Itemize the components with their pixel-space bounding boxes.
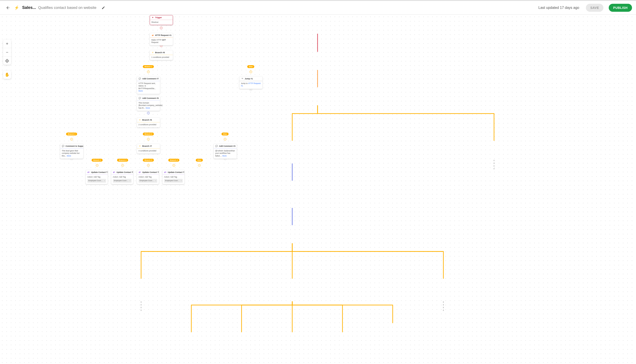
node-update-contact-tag-10[interactable]: 🏷Update Contact Tag #10 Action: Add Tag … bbox=[111, 170, 133, 184]
jump-icon: ↷ bbox=[241, 77, 244, 80]
branch-icon: ⑂ bbox=[139, 118, 141, 121]
node-title: Add Comment #7 bbox=[142, 78, 159, 80]
node-add-comment-3[interactable]: 💬Add Comment #3 @Ashwin Sadananthan your… bbox=[214, 144, 237, 159]
add-step-branch6-b2[interactable]: + bbox=[147, 138, 150, 140]
arrow-left-icon bbox=[6, 6, 10, 10]
tag-chip: Employee Count: 1001› bbox=[164, 179, 183, 182]
chevron-right-icon: › bbox=[181, 179, 182, 182]
chevron-right-icon: › bbox=[130, 179, 130, 182]
node-title: Jump #1 bbox=[245, 78, 253, 80]
node-http-request-1[interactable]: ⇄HTTP Request #1 Make HTTP GET Request bbox=[150, 33, 173, 46]
node-branch-7[interactable]: ⑂Branch #7 4 conditions provided bbox=[137, 144, 160, 154]
node-body: 1 conditions provided bbox=[150, 55, 173, 60]
node-title: Update Contact Tag #11 bbox=[142, 171, 159, 173]
add-step-branch7-b1[interactable]: + bbox=[96, 164, 99, 167]
node-title: Add Comment #3 bbox=[219, 145, 236, 147]
node-update-contact-tag-11[interactable]: 🏷Update Contact Tag #11 Action: Add Tag … bbox=[137, 170, 159, 184]
branch-icon: ⑂ bbox=[139, 145, 141, 148]
more-link[interactable]: More bbox=[146, 107, 150, 109]
pill-branch6-b2: Branch 2 bbox=[143, 132, 154, 136]
pill-branch6-b1: Branch 1 bbox=[66, 132, 77, 136]
page-title: Sales... Qualifies contact based on webs… bbox=[22, 5, 97, 10]
node-branch-6[interactable]: ⑂Branch #6 2 conditions provided bbox=[137, 118, 160, 128]
node-body: Jump to HTTP Request #1 bbox=[240, 81, 262, 89]
add-step-branch7-else[interactable]: + bbox=[198, 164, 201, 167]
workflow-canvas[interactable]: ✋ + + + + + + + + + + + + + + bbox=[0, 15, 636, 364]
tag-icon: 🏷 bbox=[139, 171, 141, 174]
comment-icon: 💬 bbox=[62, 145, 65, 148]
node-title: Branch #7 bbox=[142, 145, 152, 147]
add-step-branch7-b2[interactable]: + bbox=[121, 164, 124, 167]
tag-chip: Employee Count: 201-1› bbox=[139, 179, 157, 182]
node-add-comment-7[interactable]: 💬Add Comment #7 HTTP Request sent, statu… bbox=[137, 76, 160, 94]
more-link[interactable]: More bbox=[67, 155, 71, 157]
node-title: Branch #6 bbox=[142, 119, 152, 121]
node-title: Update Contact Tag #10 bbox=[117, 171, 133, 173]
rename-button[interactable] bbox=[101, 5, 106, 11]
comment-icon: 💬 bbox=[139, 97, 141, 100]
add-step-branch8-b1[interactable]: + bbox=[147, 70, 150, 73]
last-updated-label: Last updated 17 days ago bbox=[538, 6, 579, 10]
add-step-branch6-else[interactable]: + bbox=[224, 138, 226, 140]
node-update-contact-tag-9[interactable]: 🏷Update Contact Tag #9 Action: Add Tag E… bbox=[86, 170, 108, 184]
add-step-branch6-b1[interactable]: + bbox=[70, 138, 73, 140]
bolt-icon: ⚡ bbox=[14, 5, 19, 10]
chevron-right-icon: › bbox=[104, 179, 105, 182]
back-button[interactable] bbox=[5, 5, 11, 11]
node-title: Update Contact Tag #9 bbox=[91, 171, 108, 173]
tag-icon: 🏷 bbox=[164, 171, 167, 174]
workflow-subtitle: Qualifies contact based on website bbox=[38, 6, 97, 10]
tag-icon: 🏷 bbox=[87, 171, 90, 174]
add-step-branch7-b4[interactable]: + bbox=[173, 164, 175, 167]
node-body: This Domain ($contact.company_website) h… bbox=[137, 101, 160, 110]
node-add-comment-5[interactable]: 💬Add Comment #5 This Domain ($contact.co… bbox=[137, 96, 160, 111]
node-title: HTTP Request #1 bbox=[155, 34, 172, 36]
pan-toggle[interactable]: ✋ bbox=[3, 70, 11, 79]
node-jump-1[interactable]: ↷Jump #1 Jump to HTTP Request #1 bbox=[239, 76, 263, 89]
node-body: This lead gave their company website but… bbox=[60, 148, 83, 158]
node-comment-support[interactable]: 💬Comment to Support Te... This lead gave… bbox=[60, 144, 83, 159]
minus-icon bbox=[5, 50, 9, 54]
tag-icon: 🏷 bbox=[113, 171, 116, 174]
node-body: Action: Add Tag Employee Count: 51-20› bbox=[111, 175, 133, 184]
node-body: 2 conditions provided bbox=[137, 122, 160, 127]
add-step-branch7-b3[interactable]: + bbox=[147, 164, 150, 167]
workflow-title: Sales... bbox=[22, 5, 36, 10]
more-link[interactable]: More bbox=[139, 90, 143, 92]
chevron-right-icon: › bbox=[156, 179, 156, 182]
branch-icon: ⑂ bbox=[152, 51, 154, 54]
node-branch-8[interactable]: ⑂Branch #8 1 conditions provided bbox=[150, 50, 173, 60]
comment-icon: 💬 bbox=[139, 77, 141, 80]
zoom-fit-button[interactable] bbox=[3, 56, 11, 65]
node-title: Update Contact Tag #12 bbox=[168, 171, 184, 173]
more-link[interactable]: More bbox=[222, 155, 227, 157]
pill-branch8-else: Else bbox=[247, 65, 254, 68]
add-step-after-comment5[interactable]: + bbox=[147, 112, 150, 114]
connector-layer bbox=[0, 15, 636, 364]
add-step-branch8-else[interactable]: + bbox=[250, 70, 252, 73]
pill-branch7-else: Else bbox=[196, 159, 203, 162]
node-body: Make HTTP GET Request bbox=[150, 38, 173, 45]
node-title: Add Comment #5 bbox=[142, 97, 159, 99]
pencil-icon bbox=[102, 6, 105, 10]
zoom-out-button[interactable] bbox=[3, 48, 11, 56]
pill-branch7-b3: Branch 3 bbox=[143, 159, 154, 162]
node-update-contact-tag-12[interactable]: 🏷Update Contact Tag #12 Action: Add Tag … bbox=[162, 170, 185, 184]
add-step-after-trigger[interactable]: + bbox=[160, 26, 163, 29]
hand-icon: ✋ bbox=[5, 72, 10, 77]
save-button: SAVE bbox=[586, 4, 603, 12]
pill-branch8-b1: Branch 1 bbox=[143, 65, 154, 68]
node-title: Comment to Support Te... bbox=[66, 145, 83, 147]
node-trigger[interactable]: ✦Trigger Shortcut bbox=[150, 15, 173, 25]
tag-chip: Employee Count: 29-50› bbox=[87, 179, 106, 182]
tag-chip: Employee Count: 51-20› bbox=[113, 179, 132, 182]
node-body: @Ashwin Sadananthan your workflow has fa… bbox=[214, 148, 237, 158]
zoom-in-button[interactable] bbox=[3, 40, 11, 48]
publish-button[interactable]: PUBLISH bbox=[609, 4, 632, 12]
comment-icon: 💬 bbox=[215, 145, 218, 148]
zoom-controls bbox=[3, 40, 11, 65]
node-body: Shortcut bbox=[150, 20, 173, 25]
pill-branch7-b1: Branch 1 bbox=[92, 159, 103, 162]
pill-branch7-b2: Branch 2 bbox=[117, 159, 128, 162]
app-header: ⚡ Sales... Qualifies contact based on we… bbox=[0, 0, 636, 15]
